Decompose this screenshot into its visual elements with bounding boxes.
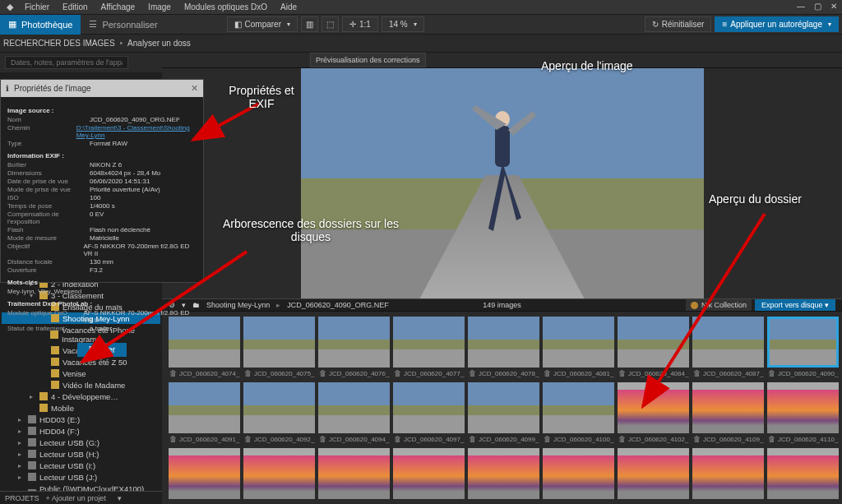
tree-item[interactable]: Mobile: [2, 402, 160, 414]
caret-icon: ▸: [18, 474, 25, 481]
thumb-filename: JCD_060620_4081_ORG…: [553, 370, 614, 377]
menu-image[interactable]: Image: [141, 1, 178, 13]
thumbnail[interactable]: [169, 448, 240, 499]
thumbnail[interactable]: 🗑JCD_060620_4092_ORG…: [243, 382, 315, 445]
tree-item[interactable]: ▸Lecteur USB (G:): [2, 437, 160, 448]
tab-personnaliser[interactable]: ☰ Personnaliser: [81, 15, 165, 35]
close-button[interactable]: ✕: [826, 0, 842, 15]
drive-icon: [28, 415, 36, 423]
thumb-filename: JCD_060620_4091_ORG…: [179, 436, 240, 443]
prop-value: JCD_060620_4090_ORG.NEF: [90, 116, 180, 123]
thumbnail[interactable]: [243, 448, 315, 499]
trash-icon[interactable]: 🗑: [169, 369, 177, 377]
prop-key: Mode de prise de vue: [7, 186, 90, 193]
menu-edition[interactable]: Edition: [56, 1, 95, 13]
trash-icon[interactable]: 🗑: [394, 369, 401, 377]
thumb-filename: JCD_060620_4094_ORG…: [329, 436, 390, 443]
tree-label: 4 - Développeme…: [51, 392, 118, 401]
tree-item[interactable]: ▸Lecteur USB (J:): [2, 471, 160, 483]
thumbnail[interactable]: [767, 448, 839, 499]
trash-icon[interactable]: 🗑: [693, 435, 701, 443]
thumbnail[interactable]: 🗑JCD_060620_4076_ORG…: [318, 317, 390, 379]
prop-value: NIKON Z 6: [90, 161, 122, 169]
tab-phototheque[interactable]: ▦ Photothèque: [0, 15, 81, 35]
thumb-image: [318, 382, 390, 433]
thumbnail[interactable]: [393, 448, 465, 499]
trash-icon[interactable]: 🗑: [319, 369, 326, 377]
thumb-image: [767, 448, 839, 499]
sliders-icon: ☰: [89, 19, 97, 30]
thumbnail[interactable]: 🗑JCD_060620_4094_ORG…: [318, 382, 390, 445]
drive-icon: [28, 450, 36, 458]
preview-corrections-button[interactable]: Prévisualisation des corrections: [310, 53, 426, 67]
thumbnail[interactable]: [618, 448, 689, 499]
thumbnail[interactable]: [543, 448, 614, 499]
prop-value: 0 EV: [90, 210, 104, 225]
thumbnail[interactable]: 🗑JCD_060620_4091_ORG…: [169, 382, 240, 445]
trash-icon[interactable]: 🗑: [618, 369, 626, 377]
trash-icon[interactable]: 🗑: [544, 435, 551, 443]
thumbnail[interactable]: 🗑JCD_060620_4081_ORG…: [543, 317, 614, 379]
trash-icon[interactable]: 🗑: [394, 435, 401, 443]
trash-icon[interactable]: 🗑: [469, 435, 476, 443]
analyze-folder-button[interactable]: Analyser un doss: [127, 39, 191, 48]
tree-item[interactable]: ▸Lecteur USB (I:): [2, 460, 160, 471]
thumb-image: [243, 448, 315, 499]
zoom-dropdown[interactable]: 14 %: [382, 16, 424, 32]
search-input[interactable]: [5, 56, 128, 69]
menu-modules optiques dxo[interactable]: Modules optiques DxO: [178, 1, 274, 13]
tree-item[interactable]: Vidéo Ile Madame: [2, 379, 160, 391]
tree-item[interactable]: ▸HDD04 (F:): [2, 425, 160, 437]
menu-fichier[interactable]: Fichier: [18, 1, 56, 13]
compare-button[interactable]: ◧ Comparer: [227, 16, 298, 32]
crop-button[interactable]: ⬚: [322, 16, 339, 32]
prop-key: Temps de pose: [7, 202, 90, 210]
projects-label[interactable]: PROJETS: [5, 494, 39, 502]
caret-icon: ▸: [18, 462, 25, 469]
trash-icon[interactable]: 🗑: [768, 435, 775, 443]
menu-aide[interactable]: Aide: [274, 1, 303, 13]
caret-icon: ▸: [18, 439, 25, 446]
prop-key: Mode de mesure: [7, 234, 90, 242]
layout-button[interactable]: ▥: [301, 16, 318, 32]
thumbnail[interactable]: 🗑JCD_060620_4078_ORG…: [468, 317, 539, 379]
thumb-image: [543, 448, 614, 499]
tree-item[interactable]: ▸Lecteur USB (H:): [2, 448, 160, 460]
trash-icon[interactable]: 🗑: [244, 435, 252, 443]
svg-line-5: [643, 214, 765, 406]
prop-key: Compensation de l'exposition: [7, 210, 90, 225]
minimize-button[interactable]: —: [793, 0, 809, 15]
thumbnail[interactable]: 🗑JCD_060620_4097_ORG…: [393, 382, 465, 445]
tree-item[interactable]: ▸4 - Développeme…: [2, 391, 160, 402]
add-project-button[interactable]: + Ajouter un projet: [46, 494, 106, 502]
tree-label: Venise: [62, 369, 86, 378]
trash-icon[interactable]: 🗑: [618, 435, 626, 443]
breadcrumb-file: JCD_060620_4090_ORG.NEF: [287, 301, 389, 309]
menu-affichage[interactable]: Affichage: [95, 1, 142, 13]
thumbnail[interactable]: 🗑JCD_060620_4099_ORG…: [468, 382, 539, 445]
prop-value[interactable]: D:\Traitement\3 - Classement\Shooting Me…: [76, 124, 197, 139]
thumbnail[interactable]: 🗑JCD_060620_4077_ORG…: [393, 317, 465, 379]
ratio-button[interactable]: ✛ 1:1: [342, 16, 378, 32]
trash-icon[interactable]: 🗑: [544, 369, 551, 377]
maximize-button[interactable]: ▢: [809, 0, 826, 15]
thumbnail[interactable]: [318, 448, 390, 499]
thumb-image: [243, 382, 315, 433]
thumb-filename: JCD_060620_4077_ORG…: [404, 370, 465, 377]
tree-item[interactable]: ▸Public (\\WDMyCloudEX4100) (X:): [2, 483, 160, 491]
trash-icon[interactable]: 🗑: [244, 369, 252, 377]
reset-button[interactable]: ↻ Réinitialiser: [645, 16, 712, 32]
tree-item[interactable]: ▸HDD03 (E:): [2, 414, 160, 425]
apply-preset-button[interactable]: ≡ Appliquer un autoréglage: [715, 16, 839, 32]
reset-icon: ↻: [652, 20, 659, 29]
thumbnail[interactable]: [692, 448, 764, 499]
dialog-close-button[interactable]: ✕: [191, 83, 198, 94]
thumbnail[interactable]: 🗑JCD_060620_4100_ORG…: [543, 382, 614, 445]
thumbnail[interactable]: [468, 448, 539, 499]
thumb-filename: JCD_060620_4100_ORG…: [553, 436, 614, 443]
trash-icon[interactable]: 🗑: [169, 435, 177, 443]
trash-icon[interactable]: 🗑: [319, 435, 326, 443]
folder-icon: [51, 346, 59, 354]
trash-icon[interactable]: 🗑: [469, 369, 476, 377]
folder-icon: [51, 358, 59, 366]
